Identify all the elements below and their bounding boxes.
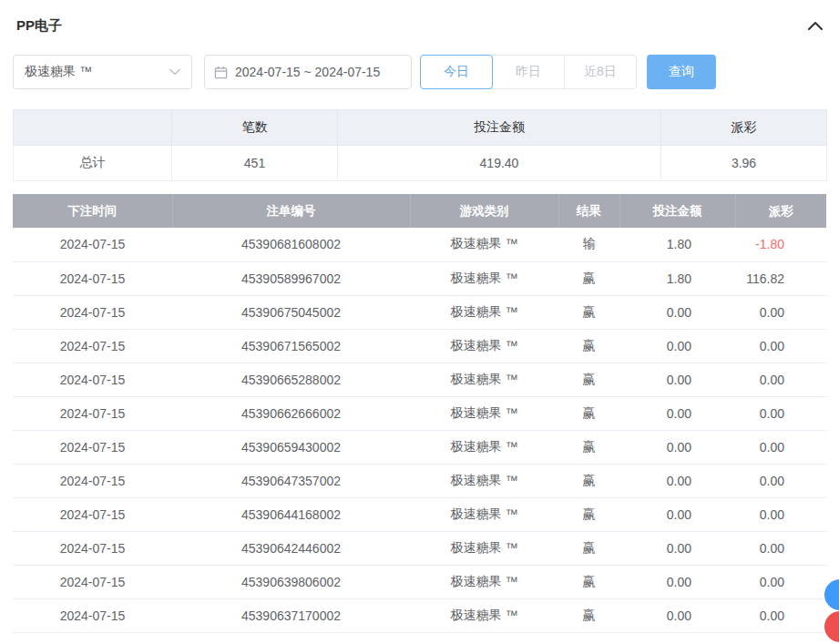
cell-game: 极速糖果 ™ [410,430,558,464]
cell-game: 极速糖果 ™ [410,329,558,363]
cell-game: 极速糖果 ™ [410,598,558,632]
cell-time: 2024-07-15 [13,531,172,565]
game-select-value: 极速糖果 ™ [25,64,92,80]
cell-id: 45390642446002 [172,531,410,565]
cell-time: 2024-07-15 [13,430,172,464]
cell-amount: 1.80 [619,261,735,295]
cell-payout: 0.00 [735,598,826,632]
cell-time: 2024-07-15 [13,261,172,295]
cell-payout: -1.80 [735,228,826,261]
table-row: 2024-07-1545390589967002极速糖果 ™赢1.80116.8… [13,261,826,295]
cell-amount: 0.00 [619,295,735,329]
bets-header-time: 下注时间 [13,194,172,228]
cell-game: 极速糖果 ™ [410,464,558,497]
search-button[interactable]: 查询 [647,55,716,89]
cell-amount: 0.00 [619,363,735,396]
table-row: 2024-07-1545390644168002极速糖果 ™赢0.000.00 [13,497,826,531]
floating-service-button[interactable] [824,579,839,610]
floating-chat-button[interactable] [824,611,839,642]
bets-header-game: 游戏类别 [410,194,558,228]
cell-id: 45390659430002 [172,430,410,464]
cell-result: 赢 [558,497,619,531]
cell-amount: 0.00 [619,430,735,464]
cell-amount: 1.80 [619,228,735,261]
cell-id: 45390671565002 [172,329,410,363]
cell-id: 45390637170002 [172,598,410,632]
summary-header-row: 笔数 投注金额 派彩 [14,110,827,146]
summary-total-count: 451 [172,146,338,181]
cell-amount: 0.00 [619,396,735,430]
cell-payout: 0.00 [735,329,826,363]
cell-result: 赢 [558,261,619,295]
cell-payout: 0.00 [735,565,826,598]
panel-header: PP电子 [16,15,823,36]
cell-amount: 0.00 [619,531,735,565]
quick-filter-today[interactable]: 今日 [420,55,493,89]
summary-header-count: 笔数 [172,110,338,146]
cell-id: 45390665288002 [172,363,410,396]
summary-header-payout: 派彩 [661,110,827,146]
date-range-input[interactable]: 2024-07-15 ~ 2024-07-15 [204,55,412,89]
cell-id: 45390644168002 [172,497,410,531]
bets-header-amount: 投注金额 [619,194,735,228]
summary-total-bet-amount: 419.40 [338,146,661,181]
filter-bar: 极速糖果 ™ 2024-07-15 ~ 2024-07-15 今日 昨日 近8日… [13,55,826,89]
cell-id: 45390675045002 [172,295,410,329]
cell-result: 赢 [558,565,619,598]
table-row: 2024-07-1545390665288002极速糖果 ™赢0.000.00 [13,363,826,396]
cell-payout: 0.00 [735,464,826,497]
table-row: 2024-07-1545390659430002极速糖果 ™赢0.000.00 [13,430,826,464]
calendar-icon [214,66,228,79]
game-select[interactable]: 极速糖果 ™ [13,55,192,89]
cell-id: 45390647357002 [172,464,410,497]
summary-total-payout: 3.96 [661,146,827,181]
table-row: 2024-07-1545390637170002极速糖果 ™赢0.000.00 [13,598,826,632]
cell-amount: 0.00 [619,598,735,632]
cell-result: 赢 [558,464,619,497]
table-row: 2024-07-1545390642446002极速糖果 ™赢0.000.00 [13,531,826,565]
quick-filter-yesterday[interactable]: 昨日 [492,55,565,89]
summary-header-empty [14,110,172,146]
cell-amount: 0.00 [619,565,735,598]
cell-time: 2024-07-15 [13,497,172,531]
table-row: 2024-07-1545390662666002极速糖果 ™赢0.000.00 [13,396,826,430]
cell-time: 2024-07-15 [13,228,172,261]
cell-game: 极速糖果 ™ [410,228,558,261]
cell-id: 45390681608002 [172,228,410,261]
table-row: 2024-07-1545390675045002极速糖果 ™赢0.000.00 [13,295,826,329]
cell-time: 2024-07-15 [13,598,172,632]
cell-payout: 0.00 [735,396,826,430]
summary-table: 笔数 投注金额 派彩 总计 451 419.40 3.96 [13,109,827,181]
cell-payout: 0.00 [735,363,826,396]
cell-game: 极速糖果 ™ [410,565,558,598]
cell-amount: 0.00 [619,464,735,497]
page-title: PP电子 [16,17,62,35]
cell-payout: 0.00 [735,497,826,531]
cell-game: 极速糖果 ™ [410,261,558,295]
table-row: 2024-07-1545390639806002极速糖果 ™赢0.000.00 [13,565,826,598]
cell-game: 极速糖果 ™ [410,295,558,329]
bets-header-result: 结果 [558,194,619,228]
cell-payout: 0.00 [735,430,826,464]
cell-time: 2024-07-15 [13,363,172,396]
cell-amount: 0.00 [619,497,735,531]
bets-header-row: 下注时间注单编号游戏类别结果投注金额派彩 [13,194,826,228]
cell-id: 45390662666002 [172,396,410,430]
cell-result: 赢 [558,396,619,430]
cell-game: 极速糖果 ™ [410,396,558,430]
summary-header-bet-amount: 投注金额 [338,110,661,146]
date-range-value: 2024-07-15 ~ 2024-07-15 [235,65,380,79]
cell-result: 输 [558,228,619,261]
cell-id: 45390589967002 [172,261,410,295]
cell-time: 2024-07-15 [13,329,172,363]
bets-header-payout: 派彩 [735,194,826,228]
table-row: 2024-07-1545390671565002极速糖果 ™赢0.000.00 [13,329,826,363]
cell-id: 45390639806002 [172,565,410,598]
table-row: 2024-07-1545390681608002极速糖果 ™输1.80-1.80 [13,228,826,261]
collapse-icon[interactable] [808,21,823,30]
quick-filter-group: 今日 昨日 近8日 [420,55,637,89]
quick-filter-last8days[interactable]: 近8日 [564,55,637,89]
cell-result: 赢 [558,598,619,632]
cell-game: 极速糖果 ™ [410,497,558,531]
bets-table: 下注时间注单编号游戏类别结果投注金额派彩 2024-07-15453906816… [13,194,826,633]
